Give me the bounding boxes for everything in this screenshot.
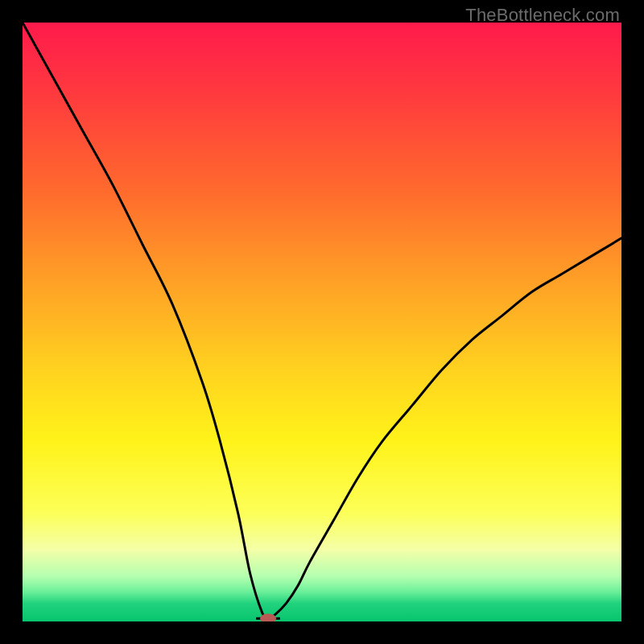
plot-area xyxy=(23,23,621,621)
chart-frame: TheBottleneck.com xyxy=(0,0,644,644)
curve-layer xyxy=(23,23,621,621)
bottleneck-curve xyxy=(23,23,621,618)
